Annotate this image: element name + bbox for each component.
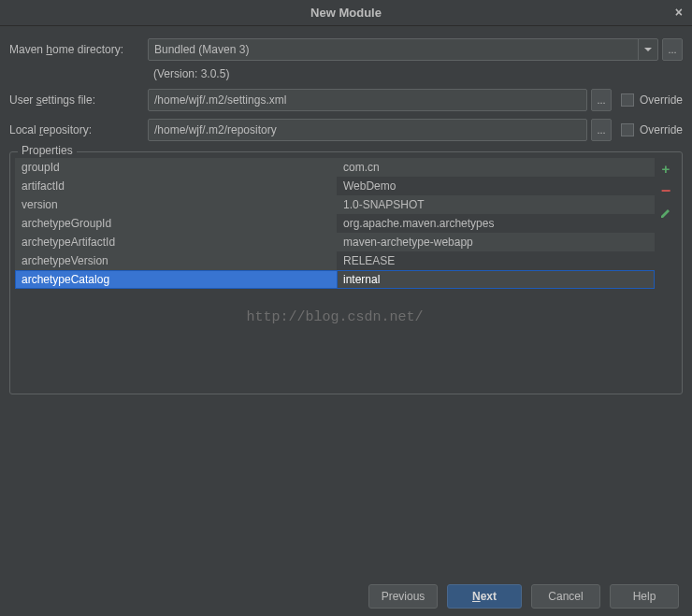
- property-row[interactable]: archetypeGroupIdorg.apache.maven.archety…: [15, 214, 655, 233]
- property-value[interactable]: com.cn: [337, 158, 655, 177]
- property-value[interactable]: org.apache.maven.archetypes: [337, 214, 655, 233]
- footer: Previous Next Cancel Help: [0, 575, 692, 616]
- remove-property-icon[interactable]: −: [657, 182, 674, 199]
- local-repo-input[interactable]: /home/wjf/.m2/repository: [148, 119, 587, 141]
- cancel-button[interactable]: Cancel: [531, 584, 600, 609]
- window-title: New Module: [310, 6, 382, 20]
- previous-button[interactable]: Previous: [368, 584, 438, 609]
- maven-home-value: Bundled (Maven 3): [154, 43, 249, 56]
- maven-home-combobox[interactable]: Bundled (Maven 3): [148, 38, 658, 61]
- property-value[interactable]: RELEASE: [337, 251, 655, 270]
- user-settings-label: User settings file:: [9, 93, 148, 107]
- close-icon[interactable]: ×: [675, 5, 683, 20]
- property-value[interactable]: maven-archetype-webapp: [337, 233, 655, 251]
- property-row[interactable]: artifactIdWebDemo: [15, 177, 655, 195]
- property-value[interactable]: internal: [337, 270, 655, 289]
- edit-property-icon[interactable]: [657, 205, 674, 222]
- title-bar: New Module ×: [0, 0, 692, 26]
- local-repo-browse-button[interactable]: ...: [591, 119, 612, 141]
- add-property-icon[interactable]: +: [657, 160, 674, 177]
- user-settings-browse-button[interactable]: ...: [591, 89, 612, 111]
- property-row[interactable]: archetypeVersionRELEASE: [15, 251, 655, 270]
- property-key[interactable]: archetypeArtifactId: [15, 233, 337, 251]
- properties-group: Properties groupIdcom.cnartifactIdWebDem…: [9, 151, 683, 394]
- maven-home-browse-button[interactable]: ...: [662, 38, 683, 61]
- properties-toolbar: + −: [655, 158, 677, 386]
- user-settings-override-checkbox[interactable]: [621, 93, 634, 107]
- property-key[interactable]: archetypeCatalog: [15, 270, 337, 289]
- help-button[interactable]: Help: [610, 584, 679, 609]
- maven-version-label: (Version: 3.0.5): [148, 67, 683, 80]
- maven-home-label: Maven home directory:: [9, 43, 148, 56]
- property-key[interactable]: archetypeVersion: [15, 251, 337, 270]
- property-key[interactable]: artifactId: [15, 177, 337, 195]
- content-area: Maven home directory: Bundled (Maven 3) …: [0, 26, 692, 575]
- property-value[interactable]: 1.0-SNAPSHOT: [337, 195, 655, 214]
- property-key[interactable]: groupId: [15, 158, 337, 177]
- properties-legend: Properties: [18, 144, 77, 157]
- property-row[interactable]: version1.0-SNAPSHOT: [15, 195, 655, 214]
- property-row[interactable]: archetypeArtifactIdmaven-archetype-webap…: [15, 233, 655, 251]
- property-value[interactable]: WebDemo: [337, 177, 655, 195]
- local-repo-override-checkbox[interactable]: [621, 123, 634, 136]
- property-row[interactable]: groupIdcom.cn: [15, 158, 655, 177]
- local-repo-override-label: Override: [640, 123, 683, 136]
- properties-table[interactable]: groupIdcom.cnartifactIdWebDemoversion1.0…: [15, 158, 655, 386]
- property-key[interactable]: archetypeGroupId: [15, 214, 337, 233]
- user-settings-input[interactable]: /home/wjf/.m2/settings.xml: [148, 89, 587, 111]
- local-repo-label: Local repository:: [9, 123, 148, 136]
- user-settings-override-label: Override: [640, 93, 683, 107]
- dropdown-arrow-icon: [638, 39, 656, 60]
- property-key[interactable]: version: [15, 195, 337, 214]
- next-button[interactable]: Next: [447, 584, 522, 609]
- property-row[interactable]: archetypeCataloginternal: [15, 270, 655, 289]
